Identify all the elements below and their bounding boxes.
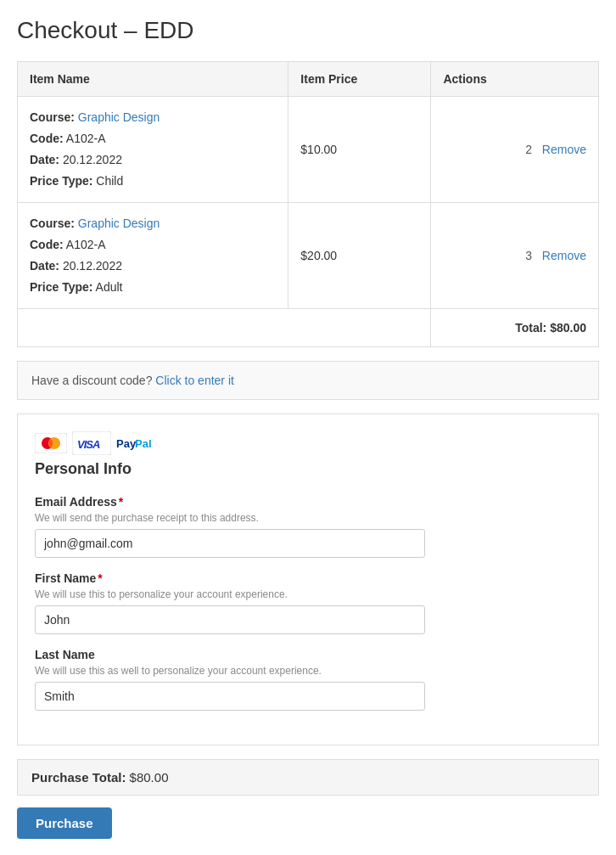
price-cell-1: $10.00 xyxy=(288,97,431,203)
date-value-1: 20.12.2022 xyxy=(63,153,122,166)
price-type-value-2: Adult xyxy=(96,280,123,294)
purchase-total-label: Purchase Total: xyxy=(31,770,126,785)
course-link-2[interactable]: Graphic Design xyxy=(78,217,160,230)
code-label-1: Code: xyxy=(30,132,64,145)
price-cell-2: $20.00 xyxy=(288,203,431,309)
date-row-1: Date: 20.12.2022 xyxy=(30,151,276,169)
item-name-cell-1: Course: Graphic Design Code: A102-A Date… xyxy=(18,97,288,203)
payment-icons: VISA Pay Pal xyxy=(35,431,581,455)
col-actions: Actions xyxy=(431,62,599,97)
code-row-2: Code: A102-A xyxy=(30,236,276,254)
code-value-1: A102-A xyxy=(66,132,106,145)
email-input[interactable] xyxy=(35,529,425,558)
total-empty xyxy=(18,309,431,347)
first-name-required: * xyxy=(98,571,102,585)
actions-cell-1: 2 Remove xyxy=(431,97,599,203)
last-name-form-group: Last Name We will use this as well to pe… xyxy=(35,648,581,711)
remove-link-1[interactable]: Remove xyxy=(542,143,586,156)
discount-link[interactable]: Click to enter it xyxy=(155,374,234,387)
paypal-icon: Pay Pal xyxy=(116,433,167,453)
last-name-label: Last Name xyxy=(35,648,581,661)
remove-link-2[interactable]: Remove xyxy=(542,249,586,262)
personal-info-section: VISA Pay Pal Personal Info Email Address… xyxy=(17,413,599,745)
page-title: Checkout – EDD xyxy=(17,17,599,44)
item-name-cell-2: Course: Graphic Design Code: A102-A Date… xyxy=(18,203,288,309)
purchase-total-value: $80.00 xyxy=(130,770,169,785)
discount-text: Have a discount code? xyxy=(31,374,152,387)
course-label-2: Course: xyxy=(30,217,75,230)
total-row: Total: $80.00 xyxy=(18,309,599,347)
date-label-2: Date: xyxy=(30,259,59,273)
first-name-hint: We will use this to personalize your acc… xyxy=(35,588,581,600)
svg-text:Pay: Pay xyxy=(116,437,137,450)
first-name-form-group: First Name* We will use this to personal… xyxy=(35,571,581,634)
total-label: Total: xyxy=(515,321,546,335)
table-row: Course: Graphic Design Code: A102-A Date… xyxy=(18,97,599,203)
price-type-value-1: Child xyxy=(96,174,123,188)
personal-info-heading: Personal Info xyxy=(35,460,581,478)
cart-table: Item Name Item Price Actions Course: Gra… xyxy=(17,61,599,347)
visa-icon: VISA xyxy=(72,431,111,455)
discount-bar: Have a discount code? Click to enter it xyxy=(17,361,599,400)
code-value-2: A102-A xyxy=(66,238,106,251)
course-label-1: Course: xyxy=(30,110,75,124)
price-type-label-1: Price Type: xyxy=(30,174,92,188)
last-name-input[interactable] xyxy=(35,682,425,711)
svg-text:Pal: Pal xyxy=(135,437,152,450)
course-row-1: Course: Graphic Design xyxy=(30,109,276,127)
total-cell: Total: $80.00 xyxy=(431,309,599,347)
course-link-1[interactable]: Graphic Design xyxy=(78,110,160,124)
email-label: Email Address* xyxy=(35,495,581,509)
first-name-input[interactable] xyxy=(35,605,425,634)
email-hint: We will send the purchase receipt to thi… xyxy=(35,512,581,524)
table-row: Course: Graphic Design Code: A102-A Date… xyxy=(18,203,599,309)
qty-badge-2: 3 xyxy=(525,249,532,262)
col-item-name: Item Name xyxy=(18,62,288,97)
purchase-total-bar: Purchase Total: $80.00 xyxy=(17,759,599,796)
first-name-label: First Name* xyxy=(35,571,581,585)
date-label-1: Date: xyxy=(30,153,59,166)
mastercard-icon xyxy=(35,433,67,453)
date-value-2: 20.12.2022 xyxy=(63,259,122,273)
course-row-2: Course: Graphic Design xyxy=(30,215,276,233)
code-row-1: Code: A102-A xyxy=(30,130,276,148)
code-label-2: Code: xyxy=(30,238,64,251)
svg-text:VISA: VISA xyxy=(77,438,100,451)
date-row-2: Date: 20.12.2022 xyxy=(30,257,276,275)
actions-cell-2: 3 Remove xyxy=(431,203,599,309)
purchase-button[interactable]: Purchase xyxy=(17,807,112,839)
total-value: $80.00 xyxy=(550,321,586,335)
email-required: * xyxy=(119,495,123,509)
qty-badge-1: 2 xyxy=(525,143,532,156)
price-type-row-2: Price Type: Adult xyxy=(30,278,276,296)
price-type-row-1: Price Type: Child xyxy=(30,172,276,190)
email-form-group: Email Address* We will send the purchase… xyxy=(35,495,581,558)
price-type-label-2: Price Type: xyxy=(30,280,92,294)
last-name-hint: We will use this as well to personalize … xyxy=(35,665,581,677)
col-item-price: Item Price xyxy=(288,62,431,97)
